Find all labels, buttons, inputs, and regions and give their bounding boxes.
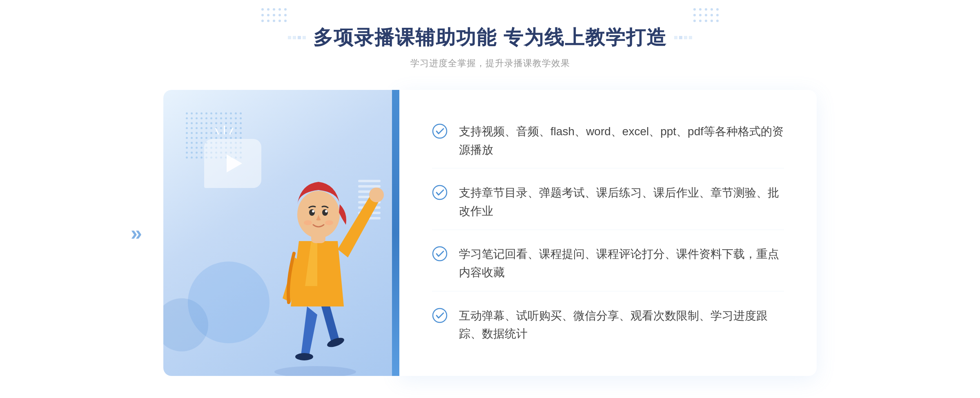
feature-item-3: 学习笔记回看、课程提问、课程评论打分、课件资料下载，重点内容收藏 xyxy=(432,236,784,291)
svg-point-8 xyxy=(312,210,314,212)
svg-point-11 xyxy=(325,220,333,225)
content-area: » document.currentScript.insertAdjacentH… xyxy=(163,90,817,376)
feature-item-2: 支持章节目录、弹题考试、课后练习、课后作业、章节测验、批改作业 xyxy=(432,175,784,230)
svg-point-12 xyxy=(433,124,447,138)
feature-text-3: 学习笔记回看、课程提问、课程评论打分、课件资料下载，重点内容收藏 xyxy=(459,245,784,282)
left-chevron-decoration: » xyxy=(131,221,139,245)
svg-point-15 xyxy=(433,309,447,322)
svg-point-10 xyxy=(304,220,312,225)
svg-point-14 xyxy=(433,247,447,261)
top-dots-left-decoration xyxy=(261,8,287,25)
person-illustration xyxy=(250,159,389,376)
check-icon-2 xyxy=(432,185,448,200)
svg-point-6 xyxy=(309,209,315,216)
svg-point-0 xyxy=(274,366,356,376)
svg-point-1 xyxy=(295,353,313,360)
main-title: 多项录播课辅助功能 专为线上教学打造 xyxy=(313,25,666,51)
feature-item-1: 支持视频、音频、flash、word、excel、ppt、pdf等各种格式的资源… xyxy=(432,114,784,169)
play-icon xyxy=(227,154,242,172)
svg-point-3 xyxy=(369,188,384,202)
feature-text-4: 互动弹幕、试听购买、微信分享、观看次数限制、学习进度跟踪、数据统计 xyxy=(459,307,784,344)
title-decoration-left xyxy=(288,36,306,39)
svg-point-9 xyxy=(325,210,327,212)
subtitle: 学习进度全掌握，提升录播课教学效果 xyxy=(288,57,692,69)
svg-point-13 xyxy=(433,186,447,199)
features-panel: 支持视频、音频、flash、word、excel、ppt、pdf等各种格式的资源… xyxy=(399,90,817,376)
top-dots-right-decoration xyxy=(693,8,719,25)
title-row: 多项录播课辅助功能 专为线上教学打造 xyxy=(288,25,692,51)
check-icon-4 xyxy=(432,308,448,323)
svg-point-7 xyxy=(322,209,328,216)
check-icon-1 xyxy=(432,123,448,139)
feature-text-1: 支持视频、音频、flash、word、excel、ppt、pdf等各种格式的资源… xyxy=(459,123,784,159)
left-blue-bar xyxy=(392,90,399,376)
page-container: 多项录播课辅助功能 专为线上教学打造 学习进度全掌握，提升录播课教学效果 » d… xyxy=(0,0,980,398)
check-icon-3 xyxy=(432,246,448,262)
feature-text-2: 支持章节目录、弹题考试、课后练习、课后作业、章节测验、批改作业 xyxy=(459,184,784,221)
feature-item-4: 互动弹幕、试听购买、微信分享、观看次数限制、学习进度跟踪、数据统计 xyxy=(432,298,784,353)
illustration-panel: document.currentScript.insertAdjacentHTM… xyxy=(163,90,392,376)
header-section: 多项录播课辅助功能 专为线上教学打造 学习进度全掌握，提升录播课教学效果 xyxy=(288,25,692,69)
title-decoration-right xyxy=(674,36,692,39)
